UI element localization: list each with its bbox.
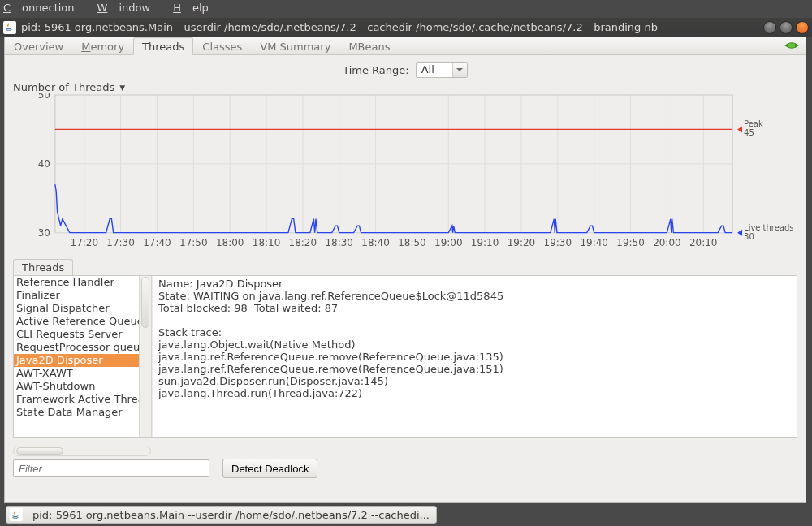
caret-down-icon: ▼ (119, 84, 125, 92)
svg-marker-1 (784, 43, 788, 48)
java-icon (10, 508, 23, 521)
svg-text:17:30: 17:30 (106, 237, 135, 248)
maximize-button[interactable] (780, 21, 793, 34)
titlebar: pid: 5961 org.netbeans.Main --userdir /h… (0, 18, 812, 37)
chevron-down-icon[interactable] (452, 63, 467, 77)
minimize-button[interactable] (763, 21, 776, 34)
thread-list-item[interactable]: Signal Dispatcher (14, 302, 139, 315)
svg-text:Peak: Peak (744, 119, 763, 128)
svg-text:45: 45 (744, 128, 754, 137)
svg-marker-2 (795, 43, 799, 48)
thread-list-item[interactable]: Active Reference Queue Daemon (14, 315, 139, 328)
svg-text:19:40: 19:40 (580, 237, 608, 248)
thread-list-hscrollbar[interactable] (13, 446, 151, 456)
threads-panel: Reference HandlerFinalizerSignal Dispatc… (13, 275, 797, 438)
time-range-row: Time Range: All (5, 55, 806, 80)
refresh-icon[interactable] (784, 40, 799, 51)
thread-detail: Name: Java2D Disposer State: WAITING on … (153, 276, 797, 437)
tab-threads[interactable]: Threads (133, 37, 193, 55)
svg-text:20:10: 20:10 (689, 237, 718, 248)
thread-list-item[interactable]: Java2D Disposer (14, 354, 139, 367)
svg-text:18:20: 18:20 (289, 237, 317, 248)
svg-text:19:10: 19:10 (471, 237, 499, 248)
chart-title: Number of Threads (13, 81, 114, 93)
svg-text:50: 50 (38, 93, 50, 101)
tab-memory[interactable]: Memory (72, 37, 133, 55)
java-icon (3, 21, 16, 34)
thread-list-item[interactable]: AWT-Shutdown (14, 380, 139, 393)
close-button[interactable] (796, 21, 809, 34)
tab-overview[interactable]: Overview (5, 37, 72, 55)
tab-classes[interactable]: Classes (193, 37, 251, 55)
menu-connection[interactable]: Connection (3, 0, 86, 16)
svg-text:17:40: 17:40 (143, 237, 171, 248)
menubar: Connection Window Help (0, 0, 812, 18)
menu-help[interactable]: Help (173, 0, 220, 16)
svg-text:18:50: 18:50 (398, 237, 426, 248)
tab-mbeans[interactable]: MBeans (339, 37, 399, 55)
svg-text:30: 30 (38, 227, 50, 239)
status-chip[interactable]: pid: 5961 org.netbeans.Main --userdir /h… (6, 506, 437, 524)
time-range-selected: All (417, 63, 452, 77)
thread-list-item[interactable]: State Data Manager (14, 406, 139, 419)
threads-chart: 30405017:2017:3017:4017:5018:0018:1018:2… (13, 93, 797, 254)
tab-vmsummary[interactable]: VM Summary (251, 37, 339, 55)
svg-text:18:40: 18:40 (361, 237, 390, 248)
status-chip-text: pid: 5961 org.netbeans.Main --userdir /h… (32, 509, 430, 521)
thread-list-vscrollbar[interactable] (139, 276, 151, 437)
thread-list-item[interactable]: Finalizer (14, 289, 139, 302)
window-title: pid: 5961 org.netbeans.Main --userdir /h… (21, 21, 763, 33)
svg-text:Live threads: Live threads (744, 223, 793, 232)
subtab-threads[interactable]: Threads (13, 259, 73, 275)
svg-text:18:30: 18:30 (325, 237, 353, 248)
chart-title-row[interactable]: Number of Threads ▼ (5, 80, 806, 93)
svg-text:17:50: 17:50 (179, 237, 208, 248)
filter-input[interactable] (13, 459, 209, 477)
svg-marker-49 (737, 230, 742, 236)
svg-text:40: 40 (38, 158, 50, 170)
svg-text:18:10: 18:10 (253, 237, 281, 248)
detect-deadlock-button[interactable]: Detect Deadlock (222, 459, 317, 478)
time-range-label: Time Range: (343, 64, 409, 76)
time-range-select[interactable]: All (416, 62, 468, 78)
thread-list-item[interactable]: Framework Active Thread (14, 393, 139, 406)
thread-list[interactable]: Reference HandlerFinalizerSignal Dispatc… (14, 276, 139, 437)
svg-text:30: 30 (744, 232, 754, 241)
svg-text:19:20: 19:20 (508, 237, 536, 248)
svg-text:19:30: 19:30 (544, 237, 572, 248)
content-area: Overview Memory Threads Classes VM Summa… (4, 37, 806, 503)
thread-list-item[interactable]: CLI Requests Server (14, 328, 139, 341)
svg-text:20:00: 20:00 (653, 237, 681, 248)
chart-svg: 30405017:2017:3017:4017:5018:0018:1018:2… (13, 93, 797, 254)
thread-list-item[interactable]: AWT-XAWT (14, 367, 139, 380)
svg-text:17:20: 17:20 (71, 237, 98, 248)
svg-text:19:00: 19:00 (434, 237, 463, 248)
thread-list-item[interactable]: RequestProcessor queue manager (14, 341, 139, 354)
svg-marker-46 (737, 126, 742, 132)
thread-list-item[interactable]: Reference Handler (14, 276, 139, 289)
svg-text:18:00: 18:00 (216, 237, 244, 248)
tabs-row: Overview Memory Threads Classes VM Summa… (5, 37, 806, 55)
svg-text:19:50: 19:50 (616, 237, 645, 248)
menu-window[interactable]: Window (97, 0, 162, 16)
